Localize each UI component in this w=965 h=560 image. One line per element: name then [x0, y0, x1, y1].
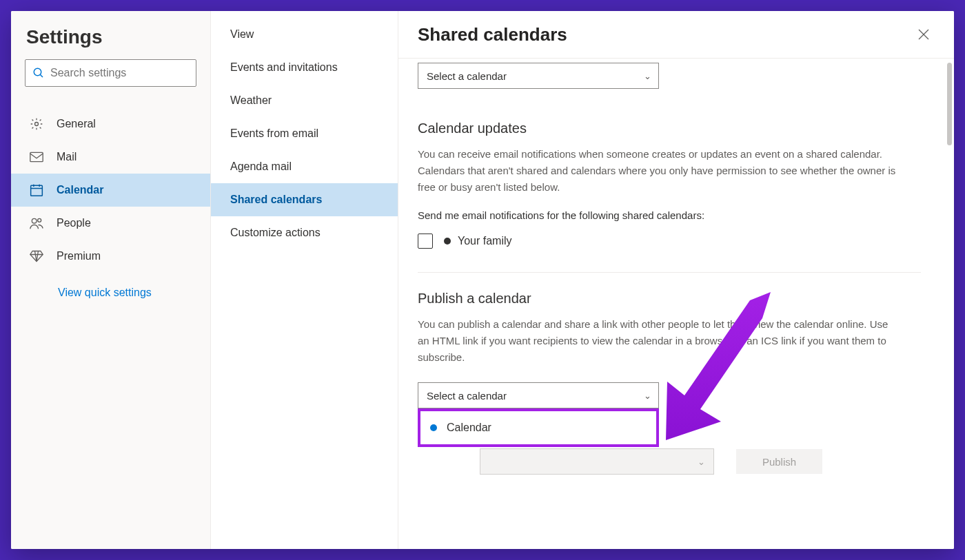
subnav-view[interactable]: View — [211, 18, 398, 51]
subnav-customize-actions[interactable]: Customize actions — [211, 216, 398, 249]
calendar-updates-description: You can receive email notifications when… — [418, 146, 900, 196]
calendar-icon — [29, 183, 44, 198]
close-icon — [918, 29, 929, 40]
chevron-down-icon: ⌄ — [644, 391, 651, 401]
subnav-events-invitations[interactable]: Events and invitations — [211, 51, 398, 84]
svg-point-14 — [38, 218, 41, 222]
publish-calendar-heading: Publish a calendar — [418, 291, 935, 307]
nav-label: People — [57, 217, 91, 229]
svg-point-0 — [34, 68, 41, 76]
nav-calendar[interactable]: Calendar — [11, 174, 210, 207]
diamond-icon — [29, 249, 44, 264]
permissions-select-disabled: ⌄ — [480, 448, 714, 475]
subnav-agenda-mail[interactable]: Agenda mail — [211, 150, 398, 183]
nav-premium[interactable]: Premium — [11, 240, 210, 273]
svg-rect-4 — [31, 185, 43, 196]
shared-calendar-row: Your family — [418, 234, 935, 249]
subnav-shared-calendars[interactable]: Shared calendars — [211, 183, 398, 216]
content-body: Select a calendar ⌄ Calendar updates You… — [398, 63, 954, 494]
scrollbar-thumb[interactable] — [947, 63, 952, 145]
nav-mail[interactable]: Mail — [11, 141, 210, 174]
nav-label: Premium — [57, 250, 101, 262]
search-input-wrapper[interactable] — [25, 59, 196, 87]
chevron-down-icon: ⌄ — [644, 71, 651, 81]
notifications-label: Send me email notifications for the foll… — [418, 209, 935, 221]
svg-line-1 — [40, 74, 43, 77]
your-family-checkbox[interactable] — [418, 234, 433, 249]
publish-calendar-description: You can publish a calendar and share a l… — [418, 316, 900, 366]
section-divider — [418, 272, 921, 273]
dropdown-option-calendar[interactable]: Calendar — [420, 412, 656, 444]
settings-dialog: Settings General Mail Calendar Peopl — [11, 11, 954, 549]
dropdown-placeholder: Select a calendar — [427, 390, 507, 402]
nav-label: Calendar — [57, 184, 103, 196]
subnav-events-from-email[interactable]: Events from email — [211, 117, 398, 150]
people-icon — [29, 216, 44, 231]
calendar-updates-heading: Calendar updates — [418, 121, 935, 136]
page-title: Shared calendars — [418, 24, 567, 45]
publish-permissions-row: ⌄ Publish — [418, 448, 935, 475]
subnav-weather[interactable]: Weather — [211, 84, 398, 117]
chevron-down-icon: ⌄ — [698, 457, 705, 467]
nav-label: General — [57, 118, 96, 130]
option-label: Calendar — [447, 422, 491, 434]
settings-subnav: View Events and invitations Weather Even… — [211, 11, 398, 549]
share-calendar-select[interactable]: Select a calendar ⌄ — [418, 63, 659, 89]
search-input[interactable] — [50, 67, 189, 79]
publish-button-disabled: Publish — [736, 449, 822, 474]
nav-people[interactable]: People — [11, 207, 210, 240]
settings-content: Shared calendars Select a calendar ⌄ Cal… — [398, 11, 954, 549]
dropdown-placeholder: Select a calendar — [427, 70, 507, 82]
content-scroll[interactable]: Select a calendar ⌄ Calendar updates You… — [398, 59, 954, 549]
search-icon — [32, 67, 45, 79]
settings-nav: General Mail Calendar People Premium Vie… — [11, 95, 210, 299]
content-header: Shared calendars — [398, 11, 954, 59]
calendar-name: Your family — [458, 235, 512, 247]
publish-calendar-dropdown-menu: Calendar — [418, 408, 659, 447]
view-quick-settings-link[interactable]: View quick settings — [11, 273, 210, 299]
mail-icon — [29, 149, 44, 165]
nav-general[interactable]: General — [11, 107, 210, 141]
nav-label: Mail — [57, 151, 77, 163]
calendar-color-dot — [430, 424, 437, 431]
svg-point-2 — [35, 123, 39, 126]
settings-title: Settings — [11, 11, 210, 59]
svg-point-13 — [32, 218, 37, 223]
close-button[interactable] — [913, 23, 935, 45]
publish-calendar-select[interactable]: Select a calendar ⌄ Calendar — [418, 382, 659, 408]
svg-rect-3 — [30, 152, 43, 161]
calendar-color-dot — [444, 238, 451, 245]
settings-sidebar: Settings General Mail Calendar Peopl — [11, 11, 211, 549]
gear-icon — [29, 116, 44, 132]
